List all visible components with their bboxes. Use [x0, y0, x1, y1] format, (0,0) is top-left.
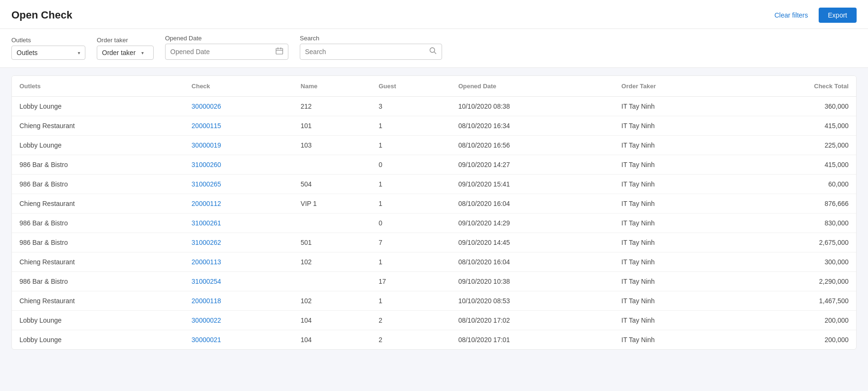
- cell-check-total: 415,000: [735, 116, 856, 136]
- outlets-filter-group: Outlets Outlets Lobby Lounge Chieng Rest…: [11, 37, 85, 60]
- cell-opened-date: 08/10/2020 16:04: [451, 252, 614, 272]
- table-body: Lobby Lounge 30000026 212 3 10/10/2020 0…: [12, 97, 856, 350]
- search-icon: [429, 47, 437, 56]
- cell-check: 20000112: [184, 194, 293, 214]
- check-link[interactable]: 31000261: [192, 219, 221, 227]
- cell-guest: 1: [371, 136, 451, 155]
- check-link[interactable]: 31000265: [192, 180, 221, 188]
- table-row: Chieng Restaurant 20000115 101 1 08/10/2…: [12, 116, 856, 136]
- table-row: Chieng Restaurant 20000118 102 1 10/10/2…: [12, 291, 856, 311]
- cell-order-taker: IT Tay Ninh: [614, 194, 735, 214]
- outlets-chevron-icon: ▾: [78, 50, 80, 56]
- cell-check: 20000113: [184, 252, 293, 272]
- cell-check-total: 200,000: [735, 311, 856, 330]
- check-link[interactable]: 30000021: [192, 336, 221, 344]
- cell-outlet: Lobby Lounge: [12, 311, 184, 330]
- check-link[interactable]: 31000254: [192, 278, 221, 285]
- svg-rect-0: [276, 48, 283, 54]
- outlets-select-wrapper[interactable]: Outlets Lobby Lounge Chieng Restaurant 9…: [11, 46, 85, 60]
- opened-date-filter-group: Opened Date: [165, 35, 288, 60]
- table-row: Lobby Lounge 30000021 104 2 08/10/2020 1…: [12, 330, 856, 350]
- table-row: Lobby Lounge 30000022 104 2 08/10/2020 1…: [12, 311, 856, 330]
- cell-opened-date: 08/10/2020 17:01: [451, 330, 614, 350]
- order-taker-select[interactable]: Order taker IT Tay Ninh: [102, 49, 139, 56]
- table-header: Outlets Check Name Guest Opened Date Ord…: [12, 76, 856, 97]
- cell-guest: 2: [371, 330, 451, 350]
- cell-order-taker: IT Tay Ninh: [614, 330, 735, 350]
- cell-check: 31000260: [184, 155, 293, 175]
- cell-outlet: 986 Bar & Bistro: [12, 233, 184, 252]
- cell-outlet: Chieng Restaurant: [12, 291, 184, 311]
- cell-check-total: 2,290,000: [735, 272, 856, 291]
- cell-name: 501: [293, 233, 371, 252]
- cell-order-taker: IT Tay Ninh: [614, 233, 735, 252]
- cell-name: 504: [293, 175, 371, 194]
- outlets-select[interactable]: Outlets Lobby Lounge Chieng Restaurant 9…: [17, 49, 76, 56]
- opened-date-input[interactable]: [170, 48, 276, 56]
- check-link[interactable]: 31000262: [192, 239, 221, 246]
- check-link[interactable]: 30000026: [192, 102, 221, 110]
- search-input[interactable]: [305, 48, 429, 56]
- search-filter-label: Search: [300, 35, 442, 42]
- cell-guest: 2: [371, 311, 451, 330]
- col-check-total: Check Total: [735, 76, 856, 97]
- cell-name: 103: [293, 136, 371, 155]
- clear-filters-button[interactable]: Clear filters: [770, 9, 813, 22]
- cell-check: 20000118: [184, 291, 293, 311]
- cell-guest: 0: [371, 214, 451, 233]
- cell-opened-date: 08/10/2020 16:56: [451, 136, 614, 155]
- cell-outlet: Lobby Lounge: [12, 330, 184, 350]
- cell-check-total: 200,000: [735, 330, 856, 350]
- cell-check: 31000254: [184, 272, 293, 291]
- check-link[interactable]: 20000118: [192, 297, 221, 305]
- cell-name: [293, 272, 371, 291]
- cell-outlet: Lobby Lounge: [12, 136, 184, 155]
- cell-order-taker: IT Tay Ninh: [614, 252, 735, 272]
- cell-name: [293, 155, 371, 175]
- cell-guest: 1: [371, 291, 451, 311]
- cell-name: [293, 214, 371, 233]
- search-input-wrapper[interactable]: [300, 44, 442, 60]
- cell-opened-date: 09/10/2020 14:29: [451, 214, 614, 233]
- order-taker-filter-label: Order taker: [97, 37, 154, 44]
- check-link[interactable]: 20000115: [192, 122, 221, 130]
- check-link[interactable]: 30000022: [192, 317, 221, 324]
- calendar-icon: [276, 47, 283, 56]
- table-row: 986 Bar & Bistro 31000260 0 09/10/2020 1…: [12, 155, 856, 175]
- cell-check-total: 415,000: [735, 155, 856, 175]
- table-row: Chieng Restaurant 20000113 102 1 08/10/2…: [12, 252, 856, 272]
- cell-order-taker: IT Tay Ninh: [614, 214, 735, 233]
- opened-date-filter-label: Opened Date: [165, 35, 288, 42]
- cell-guest: 3: [371, 97, 451, 116]
- cell-check-total: 1,467,500: [735, 291, 856, 311]
- cell-opened-date: 10/10/2020 08:38: [451, 97, 614, 116]
- svg-point-4: [430, 48, 435, 53]
- col-order-taker: Order Taker: [614, 76, 735, 97]
- cell-check: 31000261: [184, 214, 293, 233]
- opened-date-input-wrapper[interactable]: [165, 44, 288, 60]
- table-row: 986 Bar & Bistro 31000261 0 09/10/2020 1…: [12, 214, 856, 233]
- col-guest: Guest: [371, 76, 451, 97]
- cell-check-total: 830,000: [735, 214, 856, 233]
- cell-name: 102: [293, 252, 371, 272]
- cell-name: VIP 1: [293, 194, 371, 214]
- cell-outlet: 986 Bar & Bistro: [12, 175, 184, 194]
- cell-outlet: 986 Bar & Bistro: [12, 214, 184, 233]
- order-taker-select-wrapper[interactable]: Order taker IT Tay Ninh ▾: [97, 46, 154, 60]
- cell-outlet: Chieng Restaurant: [12, 116, 184, 136]
- check-link[interactable]: 30000019: [192, 141, 221, 149]
- cell-check-total: 2,675,000: [735, 233, 856, 252]
- cell-guest: 0: [371, 155, 451, 175]
- col-opened-date: Opened Date: [451, 76, 614, 97]
- check-link[interactable]: 20000113: [192, 258, 221, 266]
- export-button[interactable]: Export: [819, 8, 857, 23]
- cell-opened-date: 10/10/2020 08:53: [451, 291, 614, 311]
- cell-guest: 1: [371, 194, 451, 214]
- cell-opened-date: 09/10/2020 15:41: [451, 175, 614, 194]
- cell-check-total: 225,000: [735, 136, 856, 155]
- table-row: 986 Bar & Bistro 31000254 17 09/10/2020 …: [12, 272, 856, 291]
- cell-guest: 17: [371, 272, 451, 291]
- check-link[interactable]: 31000260: [192, 161, 221, 168]
- cell-check: 30000026: [184, 97, 293, 116]
- check-link[interactable]: 20000112: [192, 200, 221, 207]
